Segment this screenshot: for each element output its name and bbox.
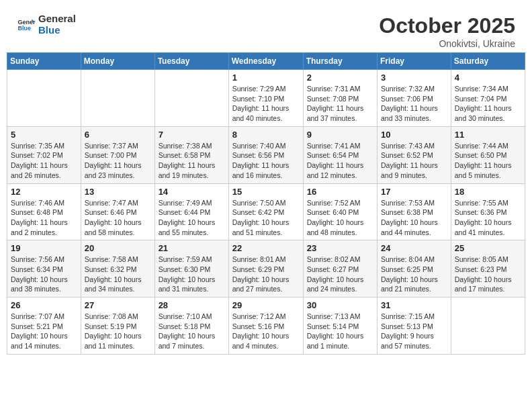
calendar-cell: 10Sunrise: 7:43 AM Sunset: 6:52 PM Dayli… <box>378 126 451 183</box>
day-number: 15 <box>232 187 300 197</box>
calendar-cell: 26Sunrise: 7:07 AM Sunset: 5:21 PM Dayli… <box>7 298 81 355</box>
location-subtitle: Onokivtsi, Ukraine <box>379 38 515 49</box>
calendar-cell: 2Sunrise: 7:31 AM Sunset: 7:08 PM Daylig… <box>303 70 377 127</box>
calendar-cell: 9Sunrise: 7:41 AM Sunset: 6:54 PM Daylig… <box>303 126 377 183</box>
calendar-cell: 14Sunrise: 7:49 AM Sunset: 6:44 PM Dayli… <box>154 183 228 240</box>
weekday-header-thursday: Thursday <box>303 53 377 70</box>
day-number: 25 <box>455 243 521 253</box>
day-info: Sunrise: 7:07 AM Sunset: 5:21 PM Dayligh… <box>11 312 77 351</box>
day-info: Sunrise: 8:02 AM Sunset: 6:27 PM Dayligh… <box>307 255 373 294</box>
week-row-5: 26Sunrise: 7:07 AM Sunset: 5:21 PM Dayli… <box>7 298 525 355</box>
calendar-cell: 21Sunrise: 7:59 AM Sunset: 6:30 PM Dayli… <box>154 240 228 298</box>
calendar-cell: 30Sunrise: 7:13 AM Sunset: 5:14 PM Dayli… <box>303 298 377 355</box>
day-info: Sunrise: 8:01 AM Sunset: 6:29 PM Dayligh… <box>232 255 300 294</box>
calendar-cell: 31Sunrise: 7:15 AM Sunset: 5:13 PM Dayli… <box>378 298 451 355</box>
calendar-cell: 13Sunrise: 7:47 AM Sunset: 6:46 PM Dayli… <box>81 183 154 240</box>
calendar-cell: 24Sunrise: 8:04 AM Sunset: 6:25 PM Dayli… <box>378 240 451 298</box>
day-info: Sunrise: 7:55 AM Sunset: 6:36 PM Dayligh… <box>455 198 521 238</box>
weekday-header-wednesday: Wednesday <box>228 53 303 70</box>
day-number: 20 <box>85 243 151 253</box>
day-info: Sunrise: 8:04 AM Sunset: 6:25 PM Dayligh… <box>381 255 447 294</box>
calendar-cell: 6Sunrise: 7:37 AM Sunset: 7:00 PM Daylig… <box>81 126 154 183</box>
logo-text-line1: General <box>38 13 76 25</box>
calendar-cell: 5Sunrise: 7:35 AM Sunset: 7:02 PM Daylig… <box>7 126 81 183</box>
day-number: 26 <box>11 300 77 310</box>
calendar-cell: 25Sunrise: 8:05 AM Sunset: 6:23 PM Dayli… <box>451 240 525 298</box>
week-row-3: 12Sunrise: 7:46 AM Sunset: 6:48 PM Dayli… <box>7 183 525 240</box>
calendar-cell: 22Sunrise: 8:01 AM Sunset: 6:29 PM Dayli… <box>228 240 303 298</box>
day-info: Sunrise: 7:38 AM Sunset: 6:58 PM Dayligh… <box>159 141 225 181</box>
page-header: General Blue General Blue October 2025 O… <box>7 7 525 52</box>
calendar-cell <box>7 70 81 127</box>
day-number: 18 <box>455 187 521 197</box>
day-number: 28 <box>159 300 225 310</box>
day-info: Sunrise: 7:44 AM Sunset: 6:50 PM Dayligh… <box>455 141 521 181</box>
day-number: 30 <box>307 300 373 310</box>
logo-text-line2: Blue <box>38 25 76 36</box>
calendar-cell <box>451 298 525 355</box>
day-info: Sunrise: 7:53 AM Sunset: 6:38 PM Dayligh… <box>381 198 447 238</box>
title-block: October 2025 Onokivtsi, Ukraine <box>379 13 515 49</box>
day-number: 2 <box>307 73 373 83</box>
day-info: Sunrise: 7:10 AM Sunset: 5:18 PM Dayligh… <box>159 312 225 351</box>
logo: General Blue General Blue <box>17 13 76 36</box>
weekday-header-saturday: Saturday <box>451 53 525 70</box>
day-info: Sunrise: 7:13 AM Sunset: 5:14 PM Dayligh… <box>307 312 373 351</box>
calendar-cell: 15Sunrise: 7:50 AM Sunset: 6:42 PM Dayli… <box>228 183 303 240</box>
day-number: 22 <box>232 243 300 253</box>
svg-text:Blue: Blue <box>17 25 31 32</box>
day-number: 14 <box>159 187 225 197</box>
day-info: Sunrise: 7:32 AM Sunset: 7:06 PM Dayligh… <box>381 84 447 124</box>
day-number: 8 <box>232 130 300 140</box>
day-number: 19 <box>11 243 77 253</box>
calendar-cell: 11Sunrise: 7:44 AM Sunset: 6:50 PM Dayli… <box>451 126 525 183</box>
day-info: Sunrise: 7:56 AM Sunset: 6:34 PM Dayligh… <box>11 255 77 294</box>
calendar-cell: 18Sunrise: 7:55 AM Sunset: 6:36 PM Dayli… <box>451 183 525 240</box>
calendar-cell: 8Sunrise: 7:40 AM Sunset: 6:56 PM Daylig… <box>228 126 303 183</box>
day-info: Sunrise: 7:08 AM Sunset: 5:19 PM Dayligh… <box>85 312 151 351</box>
weekday-header-row: SundayMondayTuesdayWednesdayThursdayFrid… <box>7 53 525 70</box>
calendar-cell: 17Sunrise: 7:53 AM Sunset: 6:38 PM Dayli… <box>378 183 451 240</box>
calendar-cell <box>81 70 154 127</box>
day-info: Sunrise: 7:34 AM Sunset: 7:04 PM Dayligh… <box>455 84 521 124</box>
day-info: Sunrise: 7:37 AM Sunset: 7:00 PM Dayligh… <box>85 141 151 181</box>
day-info: Sunrise: 7:46 AM Sunset: 6:48 PM Dayligh… <box>11 198 77 238</box>
day-number: 3 <box>381 73 447 83</box>
week-row-1: 1Sunrise: 7:29 AM Sunset: 7:10 PM Daylig… <box>7 70 525 127</box>
day-number: 13 <box>85 187 151 197</box>
calendar-cell: 12Sunrise: 7:46 AM Sunset: 6:48 PM Dayli… <box>7 183 81 240</box>
weekday-header-friday: Friday <box>378 53 451 70</box>
weekday-header-sunday: Sunday <box>7 53 81 70</box>
day-number: 6 <box>85 130 151 140</box>
day-info: Sunrise: 7:52 AM Sunset: 6:40 PM Dayligh… <box>307 198 373 238</box>
day-info: Sunrise: 7:31 AM Sunset: 7:08 PM Dayligh… <box>307 84 373 124</box>
day-info: Sunrise: 7:47 AM Sunset: 6:46 PM Dayligh… <box>85 198 151 238</box>
month-title: October 2025 <box>379 13 515 38</box>
day-info: Sunrise: 7:50 AM Sunset: 6:42 PM Dayligh… <box>232 198 300 238</box>
day-number: 9 <box>307 130 373 140</box>
week-row-2: 5Sunrise: 7:35 AM Sunset: 7:02 PM Daylig… <box>7 126 525 183</box>
day-info: Sunrise: 7:58 AM Sunset: 6:32 PM Dayligh… <box>85 255 151 294</box>
day-number: 27 <box>85 300 151 310</box>
day-info: Sunrise: 7:41 AM Sunset: 6:54 PM Dayligh… <box>307 141 373 181</box>
day-number: 4 <box>455 73 521 83</box>
calendar-cell: 7Sunrise: 7:38 AM Sunset: 6:58 PM Daylig… <box>154 126 228 183</box>
day-number: 12 <box>11 187 77 197</box>
day-info: Sunrise: 7:29 AM Sunset: 7:10 PM Dayligh… <box>232 84 300 124</box>
weekday-header-tuesday: Tuesday <box>154 53 228 70</box>
day-info: Sunrise: 7:43 AM Sunset: 6:52 PM Dayligh… <box>381 141 447 181</box>
calendar-cell <box>154 70 228 127</box>
day-number: 10 <box>381 130 447 140</box>
calendar-cell: 23Sunrise: 8:02 AM Sunset: 6:27 PM Dayli… <box>303 240 377 298</box>
day-number: 5 <box>11 130 77 140</box>
day-info: Sunrise: 7:35 AM Sunset: 7:02 PM Dayligh… <box>11 141 77 181</box>
svg-text:General: General <box>17 18 36 25</box>
day-info: Sunrise: 7:49 AM Sunset: 6:44 PM Dayligh… <box>159 198 225 238</box>
day-number: 31 <box>381 300 447 310</box>
day-info: Sunrise: 7:15 AM Sunset: 5:13 PM Dayligh… <box>381 312 447 351</box>
day-number: 11 <box>455 130 521 140</box>
day-number: 21 <box>159 243 225 253</box>
calendar-cell: 19Sunrise: 7:56 AM Sunset: 6:34 PM Dayli… <box>7 240 81 298</box>
day-number: 7 <box>159 130 225 140</box>
week-row-4: 19Sunrise: 7:56 AM Sunset: 6:34 PM Dayli… <box>7 240 525 298</box>
